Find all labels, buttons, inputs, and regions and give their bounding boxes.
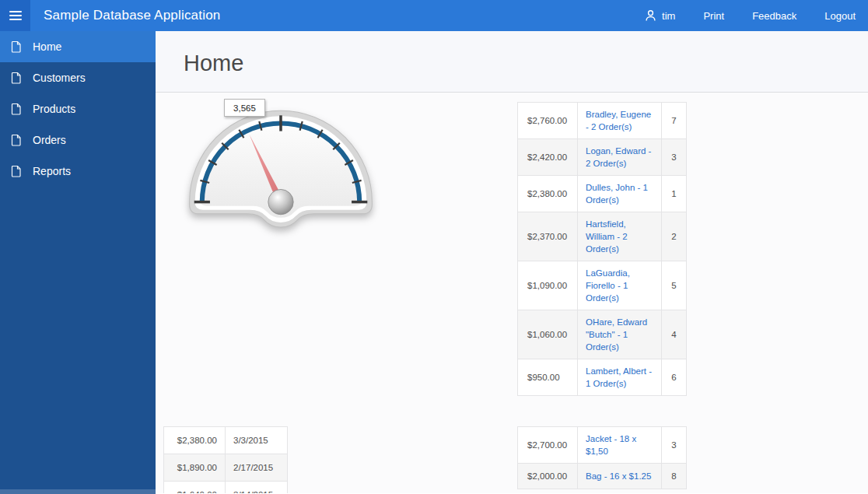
detail-link[interactable]: Bradley, Eugene - 2 Order(s) (586, 110, 651, 131)
table-row: $1,060.00OHare, Edward "Butch" - 1 Order… (518, 310, 687, 359)
document-icon (10, 103, 23, 115)
table-row: $2,700.00Jacket - 18 x $1,503 (518, 427, 687, 464)
cell-amount: $2,760.00 (518, 103, 578, 139)
cell-count: 3 (662, 427, 687, 464)
print-link[interactable]: Print (703, 10, 724, 22)
sidebar-item-orders[interactable]: Orders (0, 124, 156, 156)
cell-link: Bag - 16 x $1.25 (578, 464, 662, 489)
header-actions: tim Print Feedback Logout (645, 9, 868, 22)
cell-count: 1 (662, 176, 687, 212)
sidebar-collapse-bar[interactable] (0, 489, 156, 494)
sidebar-item-reports[interactable]: Reports (0, 156, 156, 187)
feedback-link[interactable]: Feedback (752, 10, 796, 22)
cell-link: LaGuardia, Fiorello - 1 Order(s) (578, 261, 662, 310)
detail-link[interactable]: Dulles, John - 1 Order(s) (586, 183, 648, 205)
table-row: $2,380.003/3/2015 (164, 427, 288, 454)
detail-link[interactable]: Lambert, Albert - 1 Order(s) (586, 366, 652, 388)
app-header: Sample Database Application tim Print Fe… (0, 0, 868, 31)
user-name: tim (662, 10, 675, 22)
top-customers-table: $2,760.00Bradley, Eugene - 2 Order(s)7$2… (517, 102, 687, 396)
cell-link: Jacket - 18 x $1,50 (578, 427, 662, 464)
detail-link[interactable]: Logan, Edward - 2 Order(s) (586, 146, 651, 168)
sidebar-item-label: Reports (33, 165, 71, 177)
page-title: Home (156, 31, 868, 76)
user-menu[interactable]: tim (645, 9, 675, 22)
table-row: $950.00Lambert, Albert - 1 Order(s)6 (518, 359, 687, 396)
sidebar-item-customers[interactable]: Customers (0, 62, 156, 93)
document-icon (10, 72, 23, 84)
page-title-band: Home (156, 31, 868, 93)
cell-amount: $1,060.00 (518, 310, 578, 359)
cell-date: 3/3/2015 (226, 427, 288, 454)
document-icon (10, 40, 23, 53)
cell-count: 7 (662, 103, 687, 139)
logout-link[interactable]: Logout (824, 10, 856, 22)
table-row: $2,370.00Hartsfield, William - 2 Order(s… (518, 212, 687, 261)
sales-gauge-chart: 3,565 (182, 95, 380, 229)
cell-amount: $1,090.00 (518, 261, 578, 310)
sidebar-item-products[interactable]: Products (0, 93, 156, 124)
table-row: $1,090.00LaGuardia, Fiorello - 1 Order(s… (518, 261, 687, 310)
cell-date: 3/14/2015 (226, 482, 288, 494)
dashboard-content: 3,565 $2,760.00Bradley, Eugene - 2 Order… (156, 93, 868, 493)
cell-link: Bradley, Eugene - 2 Order(s) (578, 103, 662, 139)
gauge-value-label: 3,565 (224, 99, 265, 117)
cell-amount: $2,380.00 (164, 427, 226, 454)
cell-count: 8 (662, 464, 687, 489)
detail-link[interactable]: Bag - 16 x $1.25 (586, 471, 651, 481)
detail-link[interactable]: Jacket - 18 x $1,50 (586, 434, 636, 456)
cell-count: 5 (662, 261, 687, 310)
cell-link: Hartsfield, William - 2 Order(s) (578, 212, 662, 261)
table-row: $2,760.00Bradley, Eugene - 2 Order(s)7 (518, 103, 687, 139)
document-icon (10, 165, 23, 177)
cell-link: Logan, Edward - 2 Order(s) (578, 139, 662, 176)
hamburger-menu-button[interactable] (0, 0, 30, 31)
cell-amount: $2,380.00 (518, 176, 578, 212)
table-row: $1,890.002/17/2015 (164, 454, 288, 482)
cell-count: 6 (662, 359, 687, 396)
sidebar-item-label: Home (33, 40, 61, 53)
cell-date: 2/17/2015 (226, 454, 288, 482)
cell-amount: $950.00 (518, 359, 578, 396)
cell-amount: $2,000.00 (518, 464, 578, 489)
sidebar-item-home[interactable]: Home (0, 31, 156, 62)
cell-count: 3 (662, 139, 687, 176)
cell-count: 4 (662, 310, 687, 359)
cell-amount: $2,700.00 (518, 427, 578, 464)
table-row: $2,000.00Bag - 16 x $1.258 (518, 464, 687, 489)
document-icon (10, 134, 23, 146)
detail-link[interactable]: OHare, Edward "Butch" - 1 Order(s) (586, 317, 647, 352)
sidebar-item-label: Orders (33, 134, 66, 146)
cell-link: Dulles, John - 1 Order(s) (578, 176, 662, 212)
user-icon (645, 9, 656, 22)
sidebar-item-label: Products (33, 103, 75, 115)
table-row: $2,380.00Dulles, John - 1 Order(s)1 (518, 176, 687, 212)
gauge-dial (182, 95, 380, 229)
main-region: Home (156, 31, 868, 494)
recent-orders-table: $2,380.003/3/2015$1,890.002/17/2015$1,64… (163, 426, 288, 493)
detail-link[interactable]: Hartsfield, William - 2 Order(s) (586, 219, 628, 254)
table-row: $1,640.003/14/2015 (164, 482, 288, 494)
cell-amount: $1,640.00 (164, 482, 226, 494)
detail-link[interactable]: LaGuardia, Fiorello - 1 Order(s) (586, 268, 630, 303)
cell-link: Lambert, Albert - 1 Order(s) (578, 359, 662, 396)
cell-amount: $2,420.00 (518, 139, 578, 176)
sidebar-item-label: Customers (33, 72, 86, 84)
cell-amount: $1,890.00 (164, 454, 226, 482)
cell-link: OHare, Edward "Butch" - 1 Order(s) (578, 310, 662, 359)
app-title: Sample Database Application (44, 8, 221, 23)
sidebar-nav: Home Customers Products Orders Reports (0, 31, 156, 494)
table-row: $2,420.00Logan, Edward - 2 Order(s)3 (518, 139, 687, 176)
cell-amount: $2,370.00 (518, 212, 578, 261)
hamburger-icon (9, 11, 22, 12)
top-products-table: $2,700.00Jacket - 18 x $1,503$2,000.00Ba… (517, 426, 687, 489)
cell-count: 2 (662, 212, 687, 261)
